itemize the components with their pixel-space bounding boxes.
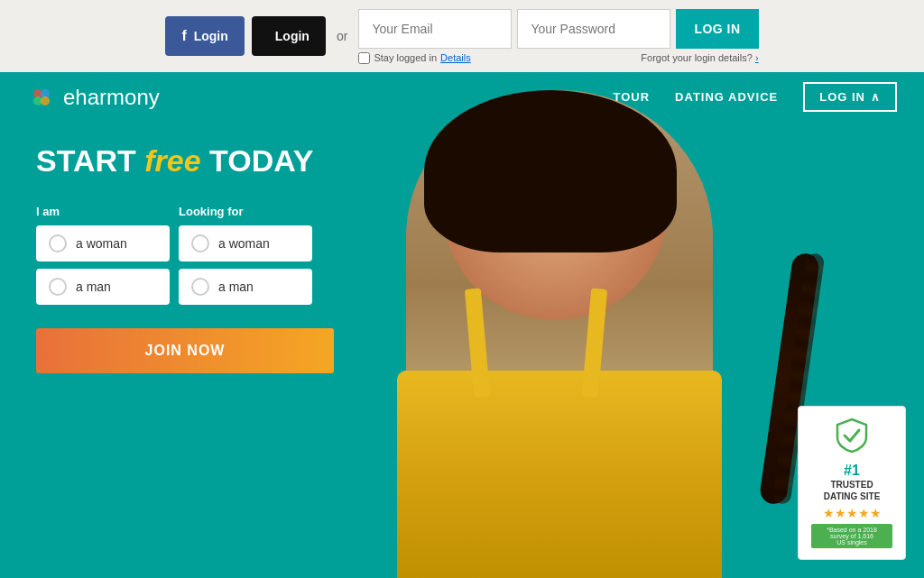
i-am-man-option[interactable]: a man bbox=[36, 269, 170, 305]
i-am-man-label: a man bbox=[76, 280, 111, 294]
badge-number: #1 bbox=[811, 463, 892, 479]
apple-login-label: Login bbox=[275, 29, 310, 43]
headline-free: free bbox=[144, 143, 200, 178]
email-input[interactable] bbox=[358, 9, 512, 49]
eharmony-logo-icon bbox=[27, 83, 56, 112]
hero-section: eharmony TOUR DATING ADVICE LOG IN ∧ STA… bbox=[0, 72, 924, 578]
stay-logged-checkbox[interactable] bbox=[358, 52, 370, 64]
badge-green-bar: *Based on a 2018 survey of 1,616 US sing… bbox=[811, 524, 892, 548]
facebook-login-button[interactable]: f Login bbox=[165, 16, 244, 56]
looking-for-woman-option[interactable]: a woman bbox=[179, 225, 312, 261]
badge-sub-text: *Based on a 2018 survey of 1,616 US sing… bbox=[814, 527, 890, 546]
login-bar: f Login Login or LOG IN Stay logged in D… bbox=[0, 0, 924, 72]
form-row: I am a woman a man Looking for bbox=[36, 205, 361, 310]
hero-person-image bbox=[334, 72, 857, 578]
i-am-woman-label: a woman bbox=[76, 236, 127, 251]
badge-stars: ★★★★★ bbox=[811, 506, 892, 520]
facebook-icon: f bbox=[181, 28, 186, 44]
login-button[interactable]: LOG IN bbox=[676, 9, 758, 49]
check-shield-icon bbox=[834, 417, 870, 454]
forgot-link[interactable]: › bbox=[755, 52, 759, 63]
radio-circle-1 bbox=[49, 234, 67, 252]
looking-for-man-option[interactable]: a man bbox=[179, 269, 312, 305]
looking-for-options: a woman a man bbox=[179, 225, 312, 305]
badge-title: TRUSTED DATING SITE bbox=[811, 479, 892, 502]
left-content: START free TODAY I am a woman a man bbox=[36, 144, 361, 373]
i-am-column: I am a woman a man bbox=[36, 205, 170, 310]
stay-logged-label: Stay logged in bbox=[374, 52, 437, 63]
headline-start: START bbox=[36, 143, 144, 178]
headline-end: TODAY bbox=[201, 143, 314, 178]
nav-login-arrow: ∧ bbox=[871, 90, 881, 104]
logo-text: eharmony bbox=[63, 85, 160, 110]
signup-form: I am a woman a man Looking for bbox=[36, 205, 361, 373]
looking-for-column: Looking for a woman a man bbox=[179, 205, 312, 310]
looking-for-man-label: a man bbox=[218, 280, 254, 294]
i-am-woman-option[interactable]: a woman bbox=[36, 225, 170, 261]
details-link[interactable]: Details bbox=[440, 52, 471, 63]
svg-point-3 bbox=[41, 96, 50, 106]
radio-circle-3 bbox=[191, 234, 209, 252]
fb-login-label: Login bbox=[194, 29, 228, 43]
looking-for-woman-label: a woman bbox=[218, 236, 270, 251]
radio-circle-2 bbox=[49, 278, 67, 296]
logo-area: eharmony bbox=[27, 83, 160, 112]
i-am-options: a woman a man bbox=[36, 225, 170, 305]
headline: START free TODAY bbox=[36, 144, 361, 178]
trusted-badge: #1 TRUSTED DATING SITE ★★★★★ *Based on a… bbox=[798, 406, 906, 560]
password-input[interactable] bbox=[517, 9, 670, 49]
looking-for-label: Looking for bbox=[179, 205, 312, 218]
join-now-button[interactable]: JOIN NOW bbox=[36, 328, 334, 373]
i-am-label: I am bbox=[36, 205, 170, 218]
apple-login-button[interactable]: Login bbox=[252, 16, 326, 56]
radio-circle-4 bbox=[191, 278, 209, 296]
forgot-text: Forgot your login details? bbox=[641, 52, 753, 63]
or-divider: or bbox=[333, 29, 351, 43]
